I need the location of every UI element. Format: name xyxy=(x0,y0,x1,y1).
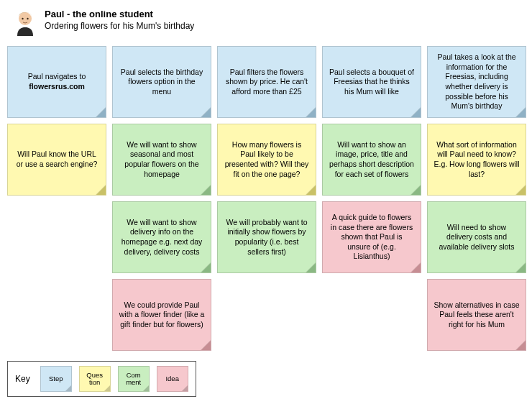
legend-swatch-comment: Com ment xyxy=(118,366,150,392)
legend-swatch-idea: Idea xyxy=(157,366,188,392)
legend-text: Step xyxy=(49,375,63,382)
note-text: Paul selects a bouquet of Freesias that … xyxy=(329,68,415,97)
page-title: Paul - the online student xyxy=(45,9,194,19)
note-idea-alternatives[interactable]: Show alternatives in case Paul feels the… xyxy=(427,279,526,351)
note-step-select-bouquet[interactable]: Paul selects a bouquet of Freesias that … xyxy=(322,46,421,118)
note-text: We will probably want to initially show … xyxy=(224,218,310,257)
svg-point-2 xyxy=(22,18,23,19)
note-text: Will want to show an image, price, title… xyxy=(329,140,415,180)
note-text: Will need to show delivery costs and ava… xyxy=(434,223,520,252)
note-text: Will Paul know the URL or use a search e… xyxy=(14,150,100,169)
note-text: What sort of information will Paul need … xyxy=(434,140,520,180)
note-idea-flower-finder[interactable]: We could provide Paul with a flower find… xyxy=(112,279,211,351)
note-text: We will want to show seasonal and most p… xyxy=(119,140,205,180)
note-question-count[interactable]: How many flowers is Paul likely to be pr… xyxy=(217,124,316,196)
note-text: How many flowers is Paul likely to be pr… xyxy=(224,140,310,180)
note-comment-delivery-info[interactable]: We will want to show delivery info on th… xyxy=(112,201,211,273)
legend-label: Key xyxy=(15,374,30,384)
note-text: We could provide Paul with a flower find… xyxy=(119,301,205,330)
storyboard-grid: Paul navigates to flowersrus.com Paul se… xyxy=(7,46,525,351)
note-comment-product-card[interactable]: Will want to show an image, price, title… xyxy=(322,124,421,196)
persona-avatar xyxy=(13,7,37,37)
legend-swatch-step: Step xyxy=(40,366,72,392)
note-comment-seasonal[interactable]: We will want to show seasonal and most p… xyxy=(112,124,211,196)
title-block: Paul - the online student Ordering flowe… xyxy=(45,7,194,31)
svg-point-3 xyxy=(27,18,28,19)
note-text: Paul filters the flowers shown by price.… xyxy=(224,68,310,97)
note-text: Paul takes a look at the information for… xyxy=(434,52,520,111)
note-step-filter-price[interactable]: Paul filters the flowers shown by price.… xyxy=(217,46,316,118)
note-text-bold: flowersrus.com xyxy=(29,82,85,91)
note-text: Paul selects the birthday flowers option… xyxy=(119,68,205,97)
note-step-select-menu[interactable]: Paul selects the birthday flowers option… xyxy=(112,46,211,118)
note-comment-delivery-costs[interactable]: Will need to show delivery costs and ava… xyxy=(427,201,526,273)
legend-text: Com ment xyxy=(126,372,141,387)
legend-swatch-question: Ques tion xyxy=(79,366,111,392)
header: Paul - the online student Ordering flowe… xyxy=(7,7,525,37)
note-comment-popularity[interactable]: We will probably want to initially show … xyxy=(217,201,316,273)
note-text: Paul navigates to flowersrus.com xyxy=(14,72,100,91)
note-text: Show alternatives in case Paul feels the… xyxy=(434,301,520,330)
note-step-view-info[interactable]: Paul takes a look at the information for… xyxy=(427,46,526,118)
note-question-url[interactable]: Will Paul know the URL or use a search e… xyxy=(7,124,106,196)
note-idea-flower-guide[interactable]: A quick guide to flowers in case there a… xyxy=(322,201,421,273)
legend: Key Step Ques tion Com ment Idea xyxy=(7,361,196,397)
note-text-part: Paul navigates to xyxy=(28,72,86,81)
note-step-navigate[interactable]: Paul navigates to flowersrus.com xyxy=(7,46,106,118)
page-subtitle: Ordering flowers for his Mum's birthday xyxy=(45,21,194,31)
legend-text: Idea xyxy=(165,375,179,382)
legend-text: Ques tion xyxy=(86,372,103,387)
note-text: A quick guide to flowers in case there a… xyxy=(329,213,415,262)
note-question-info-needed[interactable]: What sort of information will Paul need … xyxy=(427,124,526,196)
note-text: We will want to show delivery info on th… xyxy=(119,218,205,257)
